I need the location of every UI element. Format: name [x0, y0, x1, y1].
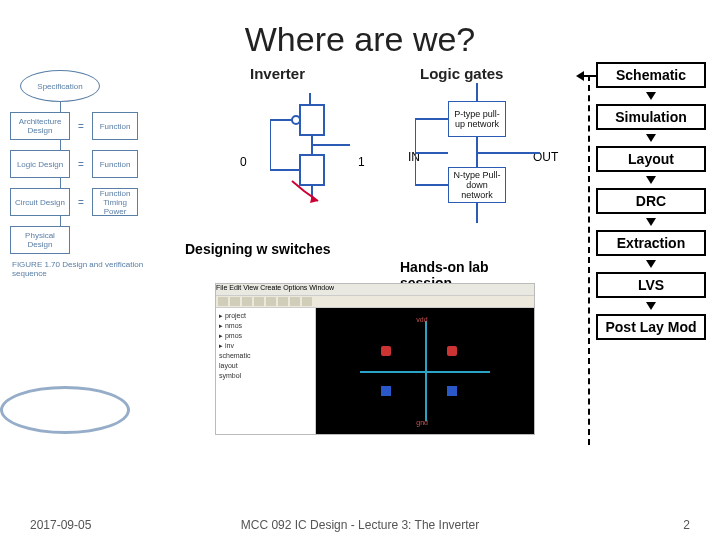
- flow-step-box: Architecture Design: [10, 112, 70, 140]
- pull-down-box: N-type Pull-down network: [448, 167, 506, 203]
- pull-up-box: P-type pull-up network: [448, 101, 506, 137]
- right-flow-step: LVS: [596, 272, 706, 298]
- flow-start-ellipse: Specification: [20, 70, 100, 102]
- inverter-input-value: 0: [240, 155, 247, 169]
- right-flow-step: Layout: [596, 146, 706, 172]
- right-flow-step: Extraction: [596, 230, 706, 256]
- slide-title: Where are we?: [0, 0, 720, 59]
- eda-screenshot: File Edit View Create Options Window ▸ p…: [215, 283, 535, 435]
- eda-tree-item: ▸ project: [219, 311, 312, 321]
- eda-tree-item: layout: [219, 361, 312, 371]
- circuit-design-highlight: [0, 386, 130, 434]
- figure-caption: FIGURE 1.70 Design and verification sequ…: [12, 260, 160, 278]
- inverter-label: Inverter: [250, 65, 305, 82]
- designing-switches-label: Designing w switches: [185, 241, 330, 257]
- flow-step-box: Logic Design: [10, 150, 70, 178]
- logic-network-diagram: P-type pull-up network N-type Pull-down …: [415, 83, 540, 233]
- flow-arrow-down-icon: [646, 176, 656, 184]
- right-flow-step: DRC: [596, 188, 706, 214]
- eda-project-tree: ▸ project ▸ nmos ▸ pmos ▸ inv schematic …: [216, 308, 316, 434]
- flow-arrow-down-icon: [646, 218, 656, 226]
- flow-arrow-down-icon: [646, 134, 656, 142]
- eda-menubar: File Edit View Create Options Window: [216, 284, 534, 296]
- right-flow-step: Schematic: [596, 62, 706, 88]
- svg-rect-1: [300, 105, 324, 135]
- flow-start-label: Specification: [37, 82, 82, 91]
- eda-tree-item: ▸ nmos: [219, 321, 312, 331]
- eda-tree-item: schematic: [219, 351, 312, 361]
- right-flow-step: Simulation: [596, 104, 706, 130]
- design-flow-left: Specification Architecture Design=Functi…: [10, 70, 160, 278]
- inverter-output-value: 1: [358, 155, 365, 169]
- feedback-arrowhead: [582, 75, 596, 77]
- center-panel: Inverter Logic gates 0 1 IN OUT: [170, 65, 540, 425]
- feedback-dashed-line: [588, 75, 590, 445]
- logic-gates-label: Logic gates: [420, 65, 503, 82]
- flow-arrow-down-icon: [646, 92, 656, 100]
- flow-arrow-down-icon: [646, 260, 656, 268]
- flow-step-output: Function: [92, 112, 138, 140]
- eda-tree-item: ▸ inv: [219, 341, 312, 351]
- flow-step-output: Function Timing Power: [92, 188, 138, 216]
- flow-arrow-down-icon: [646, 302, 656, 310]
- flow-step-output: Function: [92, 150, 138, 178]
- eda-tree-item: ▸ pmos: [219, 331, 312, 341]
- verification-flow-right: SchematicSimulationLayoutDRCExtractionLV…: [596, 62, 706, 462]
- flow-step-box: Circuit Design: [10, 188, 70, 216]
- flow-step-box: Physical Design: [10, 226, 70, 254]
- eda-toolbar: [216, 296, 534, 308]
- inverter-diagram: [270, 93, 350, 223]
- eda-layout-canvas: vdd gnd: [316, 308, 534, 434]
- svg-rect-6: [300, 155, 324, 185]
- right-flow-step: Post Lay Mod: [596, 314, 706, 340]
- footer-center: MCC 092 IC Design - Lecture 3: The Inver…: [0, 518, 720, 532]
- svg-point-2: [292, 116, 300, 124]
- eda-tree-item: symbol: [219, 371, 312, 381]
